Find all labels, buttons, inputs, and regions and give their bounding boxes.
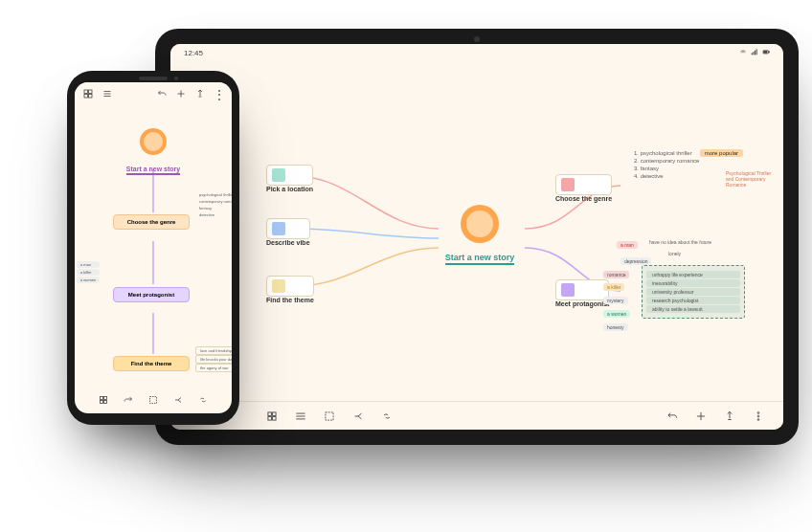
- prot-dep[interactable]: depression: [620, 257, 651, 265]
- svg-point-19: [757, 418, 759, 420]
- prot-killer[interactable]: a killer: [603, 283, 624, 291]
- svg-rect-7: [268, 411, 272, 415]
- link-icon[interactable]: [379, 409, 395, 424]
- prot-mys[interactable]: mystery: [603, 297, 628, 304]
- wifi-icon: [739, 48, 747, 57]
- central-topic[interactable]: Start a new story: [437, 205, 523, 265]
- outline-icon[interactable]: [102, 86, 113, 103]
- svg-rect-21: [89, 90, 93, 94]
- battery-icon: [762, 48, 770, 57]
- idea-icon: [140, 128, 167, 155]
- link-icon[interactable]: [197, 392, 209, 410]
- more-icon[interactable]: [751, 409, 766, 424]
- svg-rect-3: [756, 49, 757, 55]
- central-topic[interactable]: Start a new story: [109, 128, 197, 175]
- svg-rect-5: [764, 51, 767, 53]
- add-icon[interactable]: [693, 409, 709, 424]
- svg-rect-10: [273, 416, 277, 420]
- note-icon: [272, 279, 285, 293]
- prot-items-p[interactable]: a man a killer a women: [77, 260, 100, 284]
- phone-top-toolbar: ⋮: [75, 82, 232, 107]
- grid-icon[interactable]: [82, 86, 94, 103]
- svg-point-18: [757, 415, 759, 417]
- list-icon[interactable]: [293, 409, 308, 424]
- svg-rect-31: [101, 401, 103, 404]
- globe-icon: [272, 168, 285, 182]
- theme-branch[interactable]: Find the theme: [266, 276, 314, 303]
- select-icon[interactable]: [322, 409, 337, 424]
- book-icon: [561, 178, 575, 191]
- location-branch[interactable]: Pick a location: [266, 165, 313, 192]
- svg-rect-14: [326, 411, 333, 419]
- tablet-frame: 12:45 Start a new story: [155, 29, 799, 445]
- home-icon[interactable]: [264, 409, 280, 424]
- svg-rect-23: [89, 95, 93, 99]
- phone-screen: ⋮ Start a new story Choose the genre psy…: [75, 82, 232, 413]
- svg-rect-33: [150, 397, 157, 404]
- central-title: Start a new story: [445, 253, 515, 265]
- format-icon[interactable]: [722, 409, 737, 424]
- status-time: 12:45: [184, 49, 203, 57]
- protagonist-detail[interactable]: unhappy life experience inexorability un…: [642, 265, 745, 319]
- prot-rom[interactable]: romance: [603, 271, 629, 278]
- phone-speaker: [139, 77, 168, 80]
- svg-rect-0: [752, 53, 753, 55]
- branch-icon[interactable]: [172, 392, 184, 410]
- prot-hon[interactable]: honesty: [603, 323, 628, 331]
- prot-top1: have no idea about the future: [649, 239, 711, 245]
- branch-icon[interactable]: [350, 409, 366, 424]
- vibe-branch[interactable]: Describe vibe: [266, 218, 310, 246]
- svg-rect-22: [84, 95, 88, 99]
- select-icon[interactable]: [147, 392, 159, 410]
- signal-icon: [751, 48, 758, 57]
- add-icon[interactable]: [175, 86, 187, 103]
- svg-rect-1: [753, 52, 754, 55]
- tablet-toolbar: [170, 401, 783, 430]
- svg-rect-9: [268, 416, 272, 420]
- theme-items-p[interactable]: love and friendship life knocks your dow…: [195, 346, 232, 372]
- tablet-status-bar: 12:45: [170, 44, 783, 61]
- format-icon[interactable]: [194, 86, 206, 103]
- redo-icon[interactable]: [123, 392, 134, 410]
- svg-rect-32: [104, 401, 107, 404]
- idea-icon: [461, 205, 499, 243]
- protagonist-node[interactable]: Meet protagonist: [113, 287, 190, 302]
- protagonist-branch[interactable]: Meet protagonist: [555, 279, 609, 307]
- genre-note: Psychological Thriller and Contemporary …: [726, 170, 778, 188]
- undo-icon[interactable]: [156, 86, 168, 103]
- svg-rect-6: [769, 52, 770, 53]
- tablet-screen: 12:45 Start a new story: [170, 44, 783, 430]
- prot-aman[interactable]: a man: [617, 241, 638, 249]
- phone-bottom-toolbar: [75, 388, 232, 413]
- phone-canvas[interactable]: Start a new story Choose the genre psych…: [75, 107, 232, 388]
- phone-frame: ⋮ Start a new story Choose the genre psy…: [67, 71, 239, 425]
- svg-point-17: [757, 411, 759, 413]
- tablet-camera: [474, 36, 480, 42]
- svg-rect-20: [84, 90, 88, 94]
- people-icon: [561, 283, 575, 297]
- prot-top2: lonely: [668, 251, 681, 256]
- genre-branch[interactable]: Choose the genre: [555, 174, 612, 202]
- svg-rect-29: [101, 397, 103, 400]
- svg-rect-30: [104, 397, 107, 400]
- undo-icon[interactable]: [665, 409, 680, 424]
- phone-camera: [174, 77, 178, 80]
- central-title: Start a new story: [126, 166, 180, 175]
- more-icon[interactable]: ⋮: [214, 88, 224, 101]
- theme-node[interactable]: Find the theme: [113, 356, 190, 371]
- home-icon[interactable]: [98, 392, 109, 410]
- genre-items-p[interactable]: psychological thrillermore popular conte…: [195, 191, 232, 218]
- genre-node[interactable]: Choose the genre: [113, 214, 190, 230]
- prot-women[interactable]: a women: [603, 310, 630, 318]
- svg-rect-8: [273, 411, 277, 415]
- tablet-canvas[interactable]: Start a new story Pick a location Mexica…: [170, 61, 783, 401]
- cloud-icon: [272, 222, 285, 235]
- svg-rect-2: [755, 51, 756, 55]
